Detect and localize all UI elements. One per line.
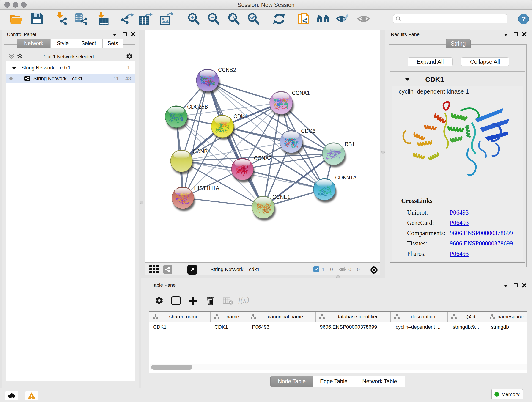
svg-text:HIST1H1A: HIST1H1A: [194, 185, 220, 191]
svg-text:CDC25B: CDC25B: [187, 104, 208, 110]
svg-text:CCNE1: CCNE1: [272, 194, 290, 200]
svg-text:CCNA1: CCNA1: [292, 90, 310, 96]
svg-text:CDK1: CDK1: [234, 114, 247, 119]
svg-text:CDKN1A: CDKN1A: [335, 175, 357, 181]
svg-text:CCNB2: CCNB2: [218, 67, 236, 73]
svg-text:CDC6: CDC6: [301, 128, 316, 134]
svg-text:RB1: RB1: [345, 141, 355, 147]
svg-text:CCNB1: CCNB1: [193, 148, 210, 154]
svg-text:CCNA2: CCNA2: [254, 155, 272, 161]
